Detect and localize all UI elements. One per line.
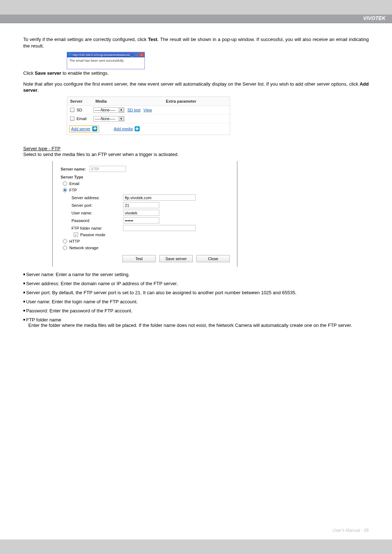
text: to enable the settings. [61, 70, 109, 76]
server-name-label: Server name: [61, 167, 90, 171]
page-footer: User's Manual - 95 [332, 528, 369, 533]
brand-logo: VIVOTEK [363, 15, 385, 21]
radio-http-label: HTTP [69, 239, 80, 243]
row-name: SD [77, 108, 93, 112]
list-item: Password: Enter the password of the FTP … [23, 308, 369, 313]
radio-email-label: Email [69, 181, 79, 186]
radio-network-storage[interactable] [63, 246, 67, 250]
popup-body: The email has been sent successfully. [67, 57, 144, 69]
list-item: User name: Enter the login name of the F… [23, 299, 369, 304]
paragraph-note: Note that after you configure the first … [23, 81, 369, 94]
description-list: Server name: Enter a name for the server… [23, 272, 369, 328]
server-list-table: Server Media Extra parameter SD -----Non… [67, 97, 230, 135]
paragraph-save: Click Save server to enable the settings… [23, 70, 369, 77]
list-item: FTP folder name Enter the folder where t… [23, 317, 369, 328]
ftp-settings-panel: Server name: Server Type Email FTP Serve… [52, 161, 237, 267]
list-item: Server address: Enter the domain name or… [23, 281, 369, 286]
col-server: Server [67, 97, 93, 106]
list-item: Server name: Enter a name for the server… [23, 272, 369, 277]
col-media: Media [93, 97, 132, 106]
text: To verify if the email settings are corr… [23, 37, 148, 42]
row-name: Email [77, 116, 93, 121]
minimize-icon[interactable]: _ [130, 53, 134, 57]
password-label: Password: [72, 218, 123, 223]
table-header: Server Media Extra parameter [67, 97, 230, 106]
select-value: -----None----- [95, 117, 115, 121]
radio-ns-label: Network storage [69, 246, 98, 250]
media-select[interactable]: -----None----- ▼ [93, 116, 124, 122]
radio-ftp-label: FTP [69, 188, 77, 192]
server-address-input[interactable] [123, 194, 196, 201]
passive-mode-checkbox[interactable]: ✓ [74, 233, 78, 237]
add-media-label: Add media [114, 127, 133, 131]
paragraph-verify: To verify if the email settings are corr… [23, 36, 369, 49]
maximize-icon[interactable]: □ [135, 53, 139, 57]
table-row: Email -----None----- ▼ [67, 115, 230, 123]
server-type-label: Server Type [61, 175, 232, 179]
server-port-label: Server port: [72, 203, 123, 208]
checkbox[interactable] [70, 108, 74, 112]
checkbox[interactable] [70, 116, 74, 121]
close-icon[interactable]: × [139, 53, 144, 57]
server-address-label: Server address: [72, 196, 123, 200]
ftp-folder-input[interactable] [123, 225, 196, 231]
server-port-input[interactable] [123, 202, 159, 208]
ie-icon: 🌐 [68, 53, 72, 57]
save-server-button[interactable]: Save server [159, 255, 193, 262]
passive-mode-label: Passive mode [80, 233, 105, 237]
section-subtitle: Select to send the media files to an FTP… [23, 151, 369, 158]
list-item: Server port: By default, the FTP server … [23, 290, 369, 295]
radio-http[interactable] [63, 239, 67, 243]
radio-ftp[interactable] [63, 188, 67, 192]
popup-screenshot: 🌐 http://192.168.5.121/cgi-bin/admin/tes… [67, 52, 145, 69]
popup-titlebar: 🌐 http://192.168.5.121/cgi-bin/admin/tes… [67, 52, 144, 57]
select-value: -----None----- [95, 108, 115, 112]
table-row: SD -----None----- ▼ SD test View [67, 106, 230, 115]
plus-icon: ✚ [135, 126, 140, 131]
media-select[interactable]: -----None----- ▼ [93, 107, 124, 113]
section-title-ftp: Server type - FTP [23, 146, 369, 151]
list-item-sub: Enter the folder where the media files w… [28, 323, 369, 328]
col-extra: Extra parameter [132, 97, 230, 106]
view-link[interactable]: View [143, 108, 152, 112]
popup-title-text: http://192.168.5.121/cgi-bin/admin/tests… [73, 53, 130, 57]
chevron-down-icon: ▼ [119, 108, 124, 112]
radio-email[interactable] [63, 181, 67, 186]
user-name-input[interactable] [123, 210, 159, 216]
user-name-label: User name: [72, 211, 123, 215]
add-media-button[interactable]: Add media ✚ [114, 126, 140, 131]
server-name-input[interactable] [90, 166, 126, 172]
text: . [37, 87, 39, 93]
add-row: Add server ✚ Add media ✚ [67, 123, 230, 135]
header-stripe: VIVOTEK [0, 15, 392, 23]
ftp-folder-label: FTP folder name: [72, 226, 123, 230]
sd-test-link[interactable]: SD test [127, 108, 140, 112]
list-item-title: FTP folder name [26, 317, 61, 323]
text: Click [23, 70, 35, 76]
keyword-save-server: Save server [35, 70, 61, 76]
plus-icon: ✚ [92, 126, 97, 131]
text: Note that after you configure the first … [23, 81, 360, 87]
password-input[interactable] [123, 217, 159, 223]
close-button[interactable]: Close [196, 255, 230, 262]
chevron-down-icon: ▼ [119, 117, 124, 121]
add-server-label: Add server [71, 127, 90, 131]
keyword-test: Test [148, 37, 158, 42]
add-server-button[interactable]: Add server ✚ [71, 126, 97, 131]
add-server-highlight: Add server ✚ [69, 126, 99, 132]
test-button[interactable]: Test [122, 255, 156, 262]
